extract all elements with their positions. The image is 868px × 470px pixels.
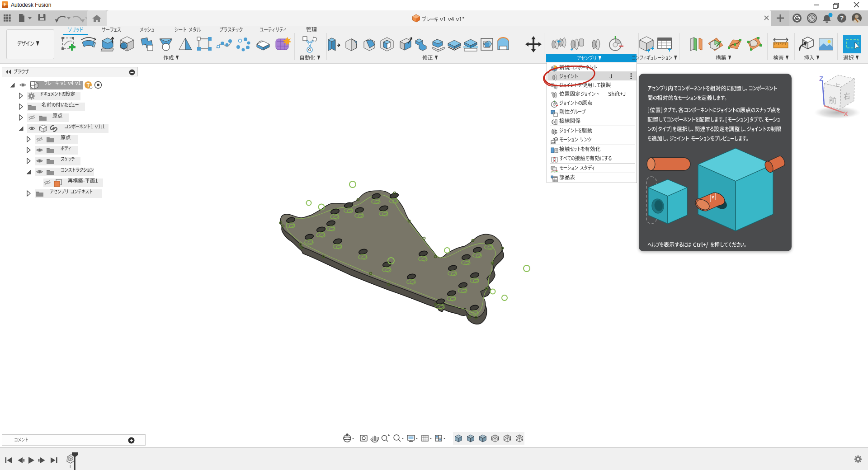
svg-text:?: ? [840, 14, 844, 22]
svg-text:F: F [4, 2, 6, 7]
svg-text:T: T [87, 82, 90, 88]
